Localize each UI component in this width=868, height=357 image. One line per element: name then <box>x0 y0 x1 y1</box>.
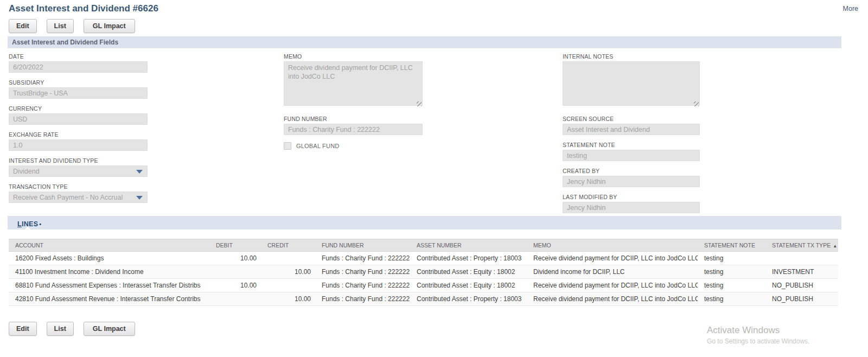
field-interest-dividend-type: INTEREST AND DIVIDEND TYPE <box>9 157 148 177</box>
cell-statement-tx-type: INVESTMENT <box>765 265 838 279</box>
cell-asset-number: Contributed Asset : Equity : 18002 <box>410 279 527 292</box>
table-row: 16200 Fixed Assets : Buildings 10.00 Fun… <box>9 252 838 265</box>
statement-note-label: STATEMENT NOTE <box>563 142 700 148</box>
field-subsidiary: SUBSIDIARY <box>9 79 148 99</box>
column-header-credit[interactable]: CREDIT <box>261 239 315 252</box>
chevron-down-icon[interactable] <box>136 170 143 174</box>
screen-source-label: SCREEN SOURCE <box>563 116 700 122</box>
cell-account: 16200 Fixed Assets : Buildings <box>9 252 209 265</box>
memo-textarea[interactable]: Receive dividend payment for DCIIP, LLC … <box>284 61 423 106</box>
cell-debit <box>209 265 261 279</box>
internal-notes-label: INTERNAL NOTES <box>563 53 700 60</box>
subsidiary-label: SUBSIDIARY <box>9 79 148 86</box>
transaction-type-select[interactable] <box>9 192 148 203</box>
cell-fund-number: Funds : Charity Fund : 222222 <box>315 265 410 279</box>
table-row: 68810 Fund Assessment Expenses : Interas… <box>9 279 838 292</box>
cell-statement-tx-type: NO_PUBLISH <box>765 292 838 306</box>
form-column-right: INTERNAL NOTES SCREEN SOURCE STATEMENT N… <box>563 53 700 220</box>
column-header-asset-number[interactable]: ASSET NUMBER <box>410 239 527 252</box>
watermark-line2: Go to Settings to activate Windows. <box>707 337 809 345</box>
cell-fund-number: Funds : Charity Fund : 222222 <box>315 292 410 306</box>
cell-credit: 10.00 <box>261 265 315 279</box>
cell-asset-number: Contributed Asset : Equity : 18002 <box>410 265 527 279</box>
statement-tx-type-label: STATEMENT TX TYPE <box>772 242 831 248</box>
section-header-label: Asset Interest and Dividend Fields <box>12 39 118 46</box>
statement-note-input[interactable] <box>563 150 700 161</box>
cell-statement-note: testing <box>698 279 765 292</box>
field-screen-source: SCREEN SOURCE <box>563 116 700 135</box>
cell-fund-number: Funds : Charity Fund : 222222 <box>315 279 410 292</box>
cell-statement-note: testing <box>698 265 765 279</box>
column-header-memo[interactable]: MEMO <box>527 239 698 252</box>
subsidiary-input[interactable] <box>9 87 148 99</box>
cell-debit: 10.00 <box>209 279 261 292</box>
tab-lines[interactable]: LINES• <box>13 216 46 231</box>
column-header-statement-note[interactable]: STATEMENT NOTE <box>698 239 765 252</box>
lines-table: ACCOUNT DEBIT CREDIT FUND NUMBER ASSET N… <box>9 239 838 306</box>
field-statement-note: STATEMENT NOTE <box>563 142 700 161</box>
exchange-rate-label: EXCHANGE RATE <box>9 131 148 138</box>
cell-credit: 10.00 <box>261 292 315 306</box>
cell-credit <box>261 279 315 292</box>
global-fund-checkbox[interactable] <box>284 142 291 150</box>
more-link[interactable]: More <box>843 5 858 12</box>
field-created-by: CREATED BY <box>563 168 700 187</box>
gl-impact-button[interactable]: GL Impact <box>84 322 135 336</box>
last-modified-by-label: LAST MODIFIED BY <box>563 194 700 200</box>
fund-number-input[interactable] <box>284 124 423 135</box>
memo-label: MEMO <box>284 53 423 60</box>
cell-statement-tx-type <box>765 252 838 265</box>
edit-button[interactable]: Edit <box>9 19 37 33</box>
column-header-statement-tx-type[interactable]: STATEMENT TX TYPE▲ <box>765 239 838 252</box>
cell-memo: Dividend income for DCIIP, LLC <box>527 265 698 279</box>
table-header-row: ACCOUNT DEBIT CREDIT FUND NUMBER ASSET N… <box>9 239 838 252</box>
date-input[interactable] <box>9 61 148 73</box>
cell-debit: 10.00 <box>209 252 261 265</box>
list-button[interactable]: List <box>47 322 74 336</box>
form-column-left: DATE SUBSIDIARY CURRENCY EXCHANGE RATE I… <box>9 53 148 209</box>
internal-notes-textarea[interactable] <box>563 61 700 106</box>
table-row: 41100 Investment Income : Dividend Incom… <box>9 265 838 279</box>
cell-account: 41100 Investment Income : Dividend Incom… <box>9 265 209 279</box>
last-modified-by-input[interactable] <box>563 202 700 213</box>
chevron-down-icon[interactable] <box>136 196 143 200</box>
activate-windows-watermark: Activate Windows Go to Settings to activ… <box>707 325 809 345</box>
active-tab-notch <box>23 227 33 231</box>
toolbar-bottom: Edit List GL Impact <box>9 322 135 336</box>
cell-asset-number: Contributed Asset : Property : 18003 <box>410 252 527 265</box>
lines-tab-bar: LINES• <box>8 216 841 229</box>
interest-dividend-type-select[interactable] <box>9 165 148 177</box>
cell-statement-note: testing <box>698 252 765 265</box>
cell-memo: Receive dividend payment for DCIIP, LLC … <box>527 252 698 265</box>
screen-source-input[interactable] <box>563 124 700 135</box>
section-header-bar: Asset Interest and Dividend Fields <box>8 36 841 48</box>
field-memo: MEMO Receive dividend payment for DCIIP,… <box>284 53 423 108</box>
list-button[interactable]: List <box>47 19 74 33</box>
cell-account: 68810 Fund Assessment Expenses : Interas… <box>9 279 209 292</box>
cell-asset-number: Contributed Asset : Property : 18003 <box>410 292 527 306</box>
gl-impact-button[interactable]: GL Impact <box>84 19 135 33</box>
record-page: Asset Interest and Dividend #6626 More E… <box>0 0 868 357</box>
currency-input[interactable] <box>9 113 148 125</box>
column-header-fund-number[interactable]: FUND NUMBER <box>315 239 410 252</box>
cell-statement-tx-type: NO_PUBLISH <box>765 279 838 292</box>
column-header-debit[interactable]: DEBIT <box>209 239 261 252</box>
field-global-fund: GLOBAL FUND <box>284 142 423 150</box>
page-title: Asset Interest and Dividend #6626 <box>9 3 158 14</box>
field-date: DATE <box>9 53 148 73</box>
created-by-label: CREATED BY <box>563 168 700 174</box>
cell-fund-number: Funds : Charity Fund : 222222 <box>315 252 410 265</box>
cell-credit <box>261 252 315 265</box>
created-by-input[interactable] <box>563 176 700 187</box>
cell-account: 42810 Fund Assessment Revenue : Interass… <box>9 292 209 306</box>
field-last-modified-by: LAST MODIFIED BY <box>563 194 700 213</box>
lines-tab-bullet: • <box>39 221 41 227</box>
interest-dividend-type-value[interactable] <box>9 165 148 177</box>
currency-label: CURRENCY <box>9 105 148 112</box>
exchange-rate-input[interactable] <box>9 139 148 151</box>
column-header-account[interactable]: ACCOUNT <box>9 239 209 252</box>
sort-ascending-icon: ▲ <box>833 244 837 248</box>
transaction-type-value[interactable] <box>9 192 148 203</box>
edit-button[interactable]: Edit <box>9 322 37 336</box>
field-currency: CURRENCY <box>9 105 148 125</box>
